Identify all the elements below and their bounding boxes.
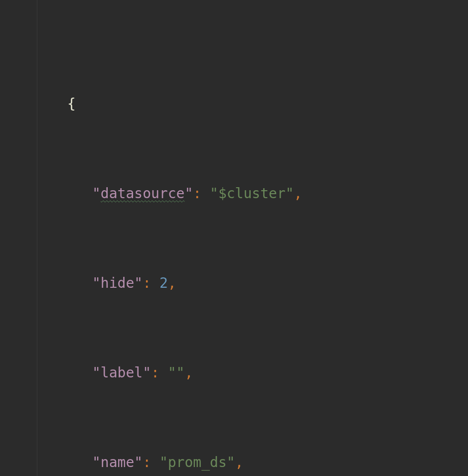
json-string: $cluster: [218, 185, 286, 202]
quote: ": [184, 185, 193, 202]
quote: ": [134, 454, 143, 471]
code-area[interactable]: { "datasource": "$cluster", "hide": 2, "…: [37, 0, 302, 476]
json-key-name: name: [101, 454, 134, 471]
editor-gutter: [0, 0, 37, 476]
json-key-label: label: [101, 364, 143, 381]
code-editor[interactable]: { "datasource": "$cluster", "hide": 2, "…: [0, 0, 468, 476]
code-line: "hide": 2,: [42, 272, 302, 294]
quote: ": [159, 454, 168, 471]
comma: ,: [294, 185, 303, 202]
colon: :: [143, 275, 159, 291]
colon: :: [151, 364, 168, 381]
quote: ": [92, 185, 101, 202]
quote: ": [92, 454, 101, 471]
quote: ": [286, 185, 294, 202]
comma: ,: [168, 275, 176, 291]
quote: ": [210, 185, 218, 202]
quote: ": [134, 275, 143, 291]
colon: :: [143, 454, 159, 471]
open-brace: {: [67, 96, 76, 112]
quote: ": [176, 364, 185, 381]
quote: ": [92, 364, 101, 381]
code-line: "name": "prom_ds",: [42, 451, 302, 474]
colon: :: [193, 185, 210, 202]
code-line: {: [42, 93, 302, 115]
code-line: "datasource": "$cluster",: [42, 182, 302, 205]
comma: ,: [184, 364, 193, 381]
json-number: 2: [159, 275, 168, 291]
quote: ": [92, 275, 101, 291]
code-line: "label": "",: [42, 361, 302, 384]
comma: ,: [235, 454, 244, 471]
json-key-hide: hide: [101, 275, 134, 291]
json-string: prom_ds: [168, 454, 227, 471]
json-key-datasource: datasource: [101, 185, 185, 202]
quote: ": [143, 364, 151, 381]
quote: ": [227, 454, 235, 471]
quote: ": [168, 364, 176, 381]
